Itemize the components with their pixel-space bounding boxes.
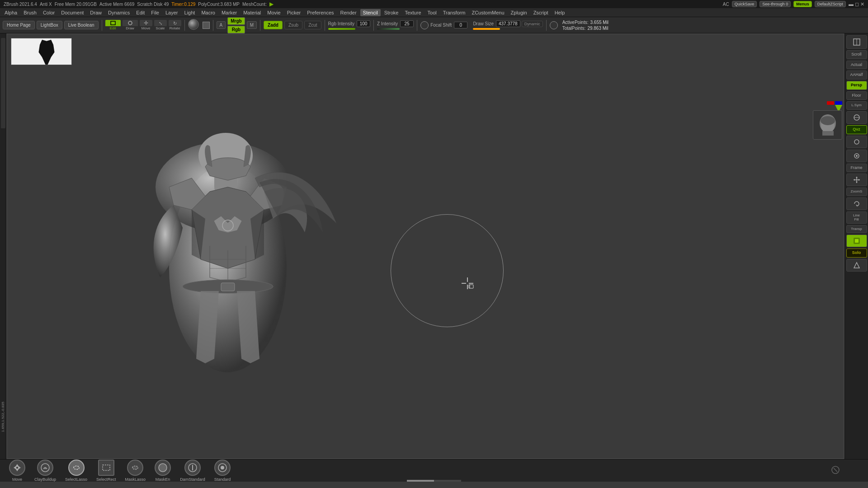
- menu-draw[interactable]: Draw: [87, 9, 104, 16]
- focal-value[interactable]: 0: [454, 22, 467, 28]
- right-btn-frame[interactable]: Frame: [846, 164, 867, 173]
- zcut-btn[interactable]: Zcut: [304, 21, 321, 29]
- brush-claybuildup[interactable]: ClayBuildup: [34, 460, 56, 482]
- left-scroll[interactable]: [1, 38, 5, 128]
- menu-material[interactable]: Material: [241, 9, 264, 16]
- brush-standard[interactable]: Standard: [214, 460, 231, 482]
- a-btn[interactable]: A: [217, 21, 226, 29]
- draw-size-slider[interactable]: [473, 28, 500, 30]
- model-3d[interactable]: [119, 88, 368, 381]
- brush-selectrect[interactable]: SelectRect: [96, 460, 116, 482]
- brush-masklasso-label: MaskLasso: [125, 477, 146, 482]
- right-btn-linefill[interactable]: LineFill: [846, 211, 867, 224]
- rgb-intensity-slider[interactable]: [328, 28, 355, 30]
- right-btn-icon2[interactable]: [846, 136, 867, 148]
- menu-brush[interactable]: Brush: [21, 9, 39, 16]
- rgb-btn[interactable]: Rgb: [227, 26, 245, 33]
- brush-move[interactable]: Move: [9, 460, 25, 482]
- menu-picker[interactable]: Picker: [284, 9, 304, 16]
- see-through[interactable]: See-through 0: [760, 1, 791, 7]
- right-btn-edit[interactable]: [846, 35, 867, 49]
- menu-file[interactable]: File: [148, 9, 162, 16]
- right-btn-rotate[interactable]: [846, 197, 867, 210]
- bottom-right-area[interactable]: [830, 465, 841, 476]
- thumbnail[interactable]: [11, 38, 72, 65]
- mrgb-btn[interactable]: Mrgb: [227, 17, 245, 25]
- rgb-intensity-label: Rgb Intensity: [328, 21, 354, 26]
- svg-marker-41: [18, 466, 21, 469]
- right-btn-actual[interactable]: Actual: [846, 61, 867, 70]
- canvas-area[interactable]: [6, 33, 844, 459]
- right-btn-icon1[interactable]: [846, 111, 867, 124]
- right-btn-qvz[interactable]: Qvz: [846, 125, 867, 134]
- meshcount-play[interactable]: ▶: [269, 1, 274, 7]
- menu-layer[interactable]: Layer: [163, 9, 181, 16]
- win-controls[interactable]: ▬ ◻ ✕: [849, 1, 864, 7]
- right-btn-move[interactable]: [846, 174, 867, 186]
- menu-tool[interactable]: Tool: [425, 9, 439, 16]
- draw-label[interactable]: Draw: [126, 26, 134, 30]
- menu-light[interactable]: Light: [182, 9, 198, 16]
- z-icon[interactable]: [550, 21, 558, 29]
- material-sphere[interactable]: [188, 19, 201, 32]
- menu-macro[interactable]: Macro: [198, 9, 218, 16]
- menu-stroke[interactable]: Stroke: [382, 9, 401, 16]
- brush-damstandard[interactable]: DamStandard: [180, 460, 205, 482]
- right-btn-lsym[interactable]: L.Sym: [846, 101, 867, 109]
- zsub-btn[interactable]: Zsub: [284, 21, 302, 29]
- draw-size-value[interactable]: 437.3778: [496, 20, 520, 27]
- brush-masken[interactable]: MaskEn: [155, 460, 171, 482]
- brush-masklasso[interactable]: MaskLasso: [125, 460, 146, 482]
- bottom-progress: [407, 480, 461, 482]
- menu-zscript[interactable]: Zscript: [531, 9, 551, 16]
- right-btn-transp[interactable]: Transp: [846, 225, 867, 233]
- menu-marker[interactable]: Marker: [219, 9, 240, 16]
- menu-edit[interactable]: Edit: [133, 9, 147, 16]
- right-btn-scroll[interactable]: Scroll: [846, 50, 867, 59]
- menus-btn[interactable]: Menus: [793, 1, 812, 7]
- nav-head[interactable]: [813, 110, 842, 140]
- right-btn-icon5[interactable]: [846, 259, 867, 272]
- edit-label[interactable]: Edit: [110, 26, 116, 30]
- rotate-btn[interactable]: ↻ Rotate: [169, 20, 181, 30]
- menu-preferences[interactable]: Preferences: [304, 9, 336, 16]
- menu-zplugin[interactable]: Zplugin: [508, 9, 530, 16]
- right-btn-solo[interactable]: Solo: [846, 249, 867, 258]
- lightbox-btn[interactable]: LightBox: [37, 21, 62, 29]
- home-page-btn[interactable]: Home Page: [3, 21, 35, 29]
- menu-color[interactable]: Color: [40, 9, 57, 16]
- right-btn-persp[interactable]: Persp: [846, 81, 867, 90]
- menu-help[interactable]: Help: [552, 9, 568, 16]
- live-boolean-btn[interactable]: Live Boolean: [64, 21, 99, 29]
- rgb-intensity-value[interactable]: 100: [357, 20, 370, 27]
- right-btn-floor[interactable]: Floor: [846, 91, 867, 100]
- menu-alpha[interactable]: Alpha: [2, 9, 20, 16]
- draw-size-icon[interactable]: [420, 21, 429, 29]
- color-swatch[interactable]: [203, 22, 210, 29]
- m-btn[interactable]: M: [247, 21, 257, 29]
- sep7: [417, 20, 417, 31]
- menu-stencil[interactable]: Stencil: [360, 9, 381, 16]
- menu-zcustom[interactable]: ZCustomMenu: [469, 9, 507, 16]
- move-btn[interactable]: ✛ Move: [140, 20, 152, 30]
- menu-transform[interactable]: Transform: [440, 9, 468, 16]
- right-btn-aahalf[interactable]: AAHalf: [846, 70, 867, 80]
- zadd-btn[interactable]: Zadd: [264, 21, 283, 29]
- quicksave-btn[interactable]: QuickSave: [732, 1, 757, 7]
- scale-btn[interactable]: ⤡ Scale: [154, 20, 167, 30]
- default-zscript[interactable]: DefaultZScript: [815, 1, 846, 7]
- right-btn-zooms[interactable]: ZoomS: [846, 188, 867, 196]
- right-btn-icon3[interactable]: [846, 150, 867, 162]
- brush-selectlasso[interactable]: SelectLasso: [65, 460, 87, 482]
- menu-dynamics[interactable]: Dynamics: [105, 9, 132, 16]
- menu-render[interactable]: Render: [338, 9, 359, 16]
- draw-btn[interactable]: Draw: [123, 20, 138, 30]
- dynamic-btn[interactable]: Dynamic: [522, 21, 543, 27]
- menu-document[interactable]: Document: [58, 9, 86, 16]
- z-intensity-value[interactable]: 25: [400, 20, 414, 27]
- menu-texture[interactable]: Texture: [402, 9, 424, 16]
- menu-movie[interactable]: Movie: [264, 9, 283, 16]
- nav-cube[interactable]: [806, 101, 842, 137]
- right-btn-icon4[interactable]: [846, 235, 867, 247]
- z-intensity-slider[interactable]: [377, 28, 400, 30]
